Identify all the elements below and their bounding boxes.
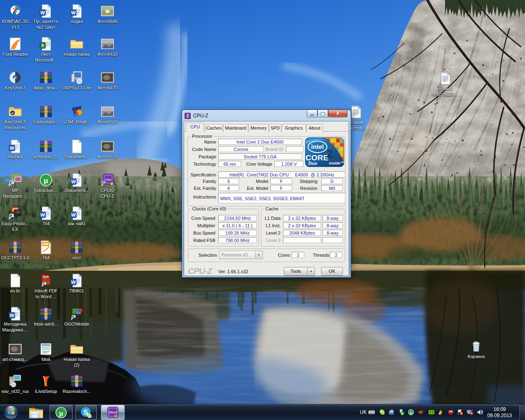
svg-text:inside™: inside™ — [329, 161, 344, 165]
svg-text:intel: intel — [311, 143, 324, 150]
svg-text:SW: SW — [449, 410, 453, 413]
svg-text:µ: µ — [59, 410, 63, 417]
svg-text:µ: µ — [410, 411, 412, 415]
svg-text:2: 2 — [326, 148, 333, 160]
svg-text:CPU-Z: CPU-Z — [109, 411, 117, 414]
svg-text:Duo: Duo — [308, 161, 317, 166]
